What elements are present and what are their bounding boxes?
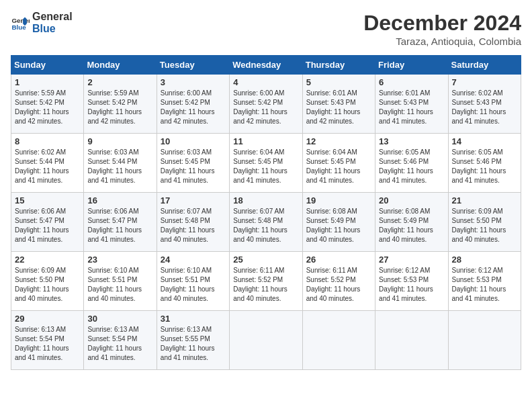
day-info: Sunrise: 6:06 AM Sunset: 5:47 PM Dayligh… <box>15 207 80 244</box>
table-row: 4Sunrise: 6:00 AM Sunset: 5:42 PM Daylig… <box>230 75 302 134</box>
table-row <box>448 311 521 370</box>
logo-line2: Blue <box>32 23 73 35</box>
table-row: 25Sunrise: 6:11 AM Sunset: 5:52 PM Dayli… <box>230 252 302 311</box>
table-row: 24Sunrise: 6:10 AM Sunset: 5:51 PM Dayli… <box>157 252 229 311</box>
day-info: Sunrise: 6:12 AM Sunset: 5:53 PM Dayligh… <box>379 266 444 304</box>
table-row: 2Sunrise: 5:59 AM Sunset: 5:42 PM Daylig… <box>84 75 157 134</box>
day-number: 24 <box>161 255 226 265</box>
logo: General Blue General Blue <box>11 11 73 35</box>
calendar-row: 22Sunrise: 6:09 AM Sunset: 5:50 PM Dayli… <box>11 252 521 311</box>
table-row: 17Sunrise: 6:07 AM Sunset: 5:48 PM Dayli… <box>157 193 229 252</box>
calendar-title: December 2024 <box>363 11 521 36</box>
col-wednesday: Wednesday <box>230 56 302 75</box>
day-number: 12 <box>306 136 371 146</box>
col-tuesday: Tuesday <box>157 56 229 75</box>
day-number: 30 <box>87 314 152 324</box>
table-row: 29Sunrise: 6:13 AM Sunset: 5:54 PM Dayli… <box>11 311 84 370</box>
day-number: 14 <box>452 136 517 146</box>
day-number: 20 <box>379 195 444 205</box>
header-row: Sunday Monday Tuesday Wednesday Thursday… <box>11 56 521 75</box>
day-number: 29 <box>15 314 80 324</box>
day-info: Sunrise: 6:00 AM Sunset: 5:42 PM Dayligh… <box>161 89 226 126</box>
day-info: Sunrise: 6:11 AM Sunset: 5:52 PM Dayligh… <box>233 266 298 304</box>
day-number: 3 <box>161 77 226 87</box>
day-info: Sunrise: 6:03 AM Sunset: 5:44 PM Dayligh… <box>87 148 152 185</box>
col-sunday: Sunday <box>11 56 84 75</box>
table-row: 27Sunrise: 6:12 AM Sunset: 5:53 PM Dayli… <box>375 252 448 311</box>
day-info: Sunrise: 6:05 AM Sunset: 5:46 PM Dayligh… <box>452 148 517 185</box>
day-number: 5 <box>306 77 371 87</box>
table-row: 13Sunrise: 6:05 AM Sunset: 5:46 PM Dayli… <box>375 134 448 193</box>
table-row: 9Sunrise: 6:03 AM Sunset: 5:44 PM Daylig… <box>84 134 157 193</box>
calendar-table: Sunday Monday Tuesday Wednesday Thursday… <box>11 55 521 370</box>
day-number: 18 <box>233 195 298 205</box>
table-row: 26Sunrise: 6:11 AM Sunset: 5:52 PM Dayli… <box>302 252 375 311</box>
col-saturday: Saturday <box>448 56 521 75</box>
day-info: Sunrise: 6:04 AM Sunset: 5:45 PM Dayligh… <box>306 148 371 185</box>
day-number: 16 <box>87 195 152 205</box>
day-number: 2 <box>87 77 152 87</box>
day-info: Sunrise: 6:10 AM Sunset: 5:51 PM Dayligh… <box>161 266 226 304</box>
day-number: 8 <box>15 136 80 146</box>
table-row: 11Sunrise: 6:04 AM Sunset: 5:45 PM Dayli… <box>230 134 302 193</box>
day-info: Sunrise: 6:01 AM Sunset: 5:43 PM Dayligh… <box>306 89 371 126</box>
calendar-row: 15Sunrise: 6:06 AM Sunset: 5:47 PM Dayli… <box>11 193 521 252</box>
day-info: Sunrise: 5:59 AM Sunset: 5:42 PM Dayligh… <box>87 89 152 126</box>
day-info: Sunrise: 6:13 AM Sunset: 5:54 PM Dayligh… <box>15 325 80 363</box>
day-info: Sunrise: 6:10 AM Sunset: 5:51 PM Dayligh… <box>87 266 152 304</box>
day-info: Sunrise: 6:00 AM Sunset: 5:42 PM Dayligh… <box>233 89 298 126</box>
day-info: Sunrise: 6:08 AM Sunset: 5:49 PM Dayligh… <box>306 207 371 244</box>
day-info: Sunrise: 6:02 AM Sunset: 5:43 PM Dayligh… <box>452 89 517 126</box>
day-info: Sunrise: 6:02 AM Sunset: 5:44 PM Dayligh… <box>15 148 80 185</box>
table-row <box>230 311 302 370</box>
table-row: 23Sunrise: 6:10 AM Sunset: 5:51 PM Dayli… <box>84 252 157 311</box>
table-row <box>302 311 375 370</box>
day-info: Sunrise: 6:09 AM Sunset: 5:50 PM Dayligh… <box>15 266 80 304</box>
day-number: 10 <box>161 136 226 146</box>
logo-line1: General <box>32 11 73 23</box>
day-number: 27 <box>379 255 444 265</box>
table-row: 5Sunrise: 6:01 AM Sunset: 5:43 PM Daylig… <box>302 75 375 134</box>
day-number: 11 <box>233 136 298 146</box>
table-row: 18Sunrise: 6:07 AM Sunset: 5:48 PM Dayli… <box>230 193 302 252</box>
day-info: Sunrise: 6:07 AM Sunset: 5:48 PM Dayligh… <box>233 207 298 244</box>
table-row: 19Sunrise: 6:08 AM Sunset: 5:49 PM Dayli… <box>302 193 375 252</box>
col-friday: Friday <box>375 56 448 75</box>
day-info: Sunrise: 6:03 AM Sunset: 5:45 PM Dayligh… <box>161 148 226 185</box>
calendar-row: 1Sunrise: 5:59 AM Sunset: 5:42 PM Daylig… <box>11 75 521 134</box>
table-row: 1Sunrise: 5:59 AM Sunset: 5:42 PM Daylig… <box>11 75 84 134</box>
day-info: Sunrise: 6:09 AM Sunset: 5:50 PM Dayligh… <box>452 207 517 244</box>
day-info: Sunrise: 6:05 AM Sunset: 5:46 PM Dayligh… <box>379 148 444 185</box>
day-number: 13 <box>379 136 444 146</box>
table-row: 30Sunrise: 6:13 AM Sunset: 5:54 PM Dayli… <box>84 311 157 370</box>
day-info: Sunrise: 6:06 AM Sunset: 5:47 PM Dayligh… <box>87 207 152 244</box>
title-area: December 2024 Taraza, Antioquia, Colombi… <box>363 11 521 47</box>
table-row: 28Sunrise: 6:12 AM Sunset: 5:53 PM Dayli… <box>448 252 521 311</box>
day-info: Sunrise: 6:01 AM Sunset: 5:43 PM Dayligh… <box>379 89 444 126</box>
table-row: 3Sunrise: 6:00 AM Sunset: 5:42 PM Daylig… <box>157 75 229 134</box>
day-number: 26 <box>306 255 371 265</box>
day-number: 7 <box>452 77 517 87</box>
calendar-subtitle: Taraza, Antioquia, Colombia <box>363 36 521 47</box>
calendar-row: 8Sunrise: 6:02 AM Sunset: 5:44 PM Daylig… <box>11 134 521 193</box>
table-row: 10Sunrise: 6:03 AM Sunset: 5:45 PM Dayli… <box>157 134 229 193</box>
day-number: 19 <box>306 195 371 205</box>
day-number: 23 <box>87 255 152 265</box>
day-number: 1 <box>15 77 80 87</box>
table-row: 14Sunrise: 6:05 AM Sunset: 5:46 PM Dayli… <box>448 134 521 193</box>
day-info: Sunrise: 6:11 AM Sunset: 5:52 PM Dayligh… <box>306 266 371 304</box>
col-thursday: Thursday <box>302 56 375 75</box>
day-number: 15 <box>15 195 80 205</box>
day-info: Sunrise: 6:13 AM Sunset: 5:55 PM Dayligh… <box>161 325 226 363</box>
day-number: 31 <box>161 314 226 324</box>
logo-icon: General Blue <box>11 13 30 32</box>
table-row: 16Sunrise: 6:06 AM Sunset: 5:47 PM Dayli… <box>84 193 157 252</box>
day-info: Sunrise: 6:13 AM Sunset: 5:54 PM Dayligh… <box>87 325 152 363</box>
day-number: 9 <box>87 136 152 146</box>
page-header: General Blue General Blue December 2024 … <box>11 11 521 47</box>
day-number: 22 <box>15 255 80 265</box>
col-monday: Monday <box>84 56 157 75</box>
table-row: 7Sunrise: 6:02 AM Sunset: 5:43 PM Daylig… <box>448 75 521 134</box>
day-number: 25 <box>233 255 298 265</box>
day-number: 28 <box>452 255 517 265</box>
